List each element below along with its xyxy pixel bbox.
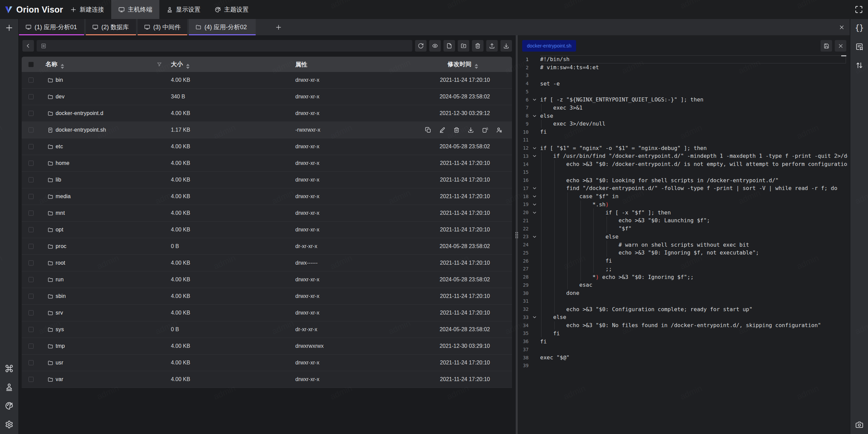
download-button[interactable] [500,40,512,52]
row-checkbox[interactable] [28,294,34,299]
row-checkbox[interactable] [28,211,34,216]
preview-button[interactable] [429,40,441,52]
file-row-etc[interactable]: etc4.00 KBdrwxr-xr-x2024-05-28 23:58:02 [22,138,512,155]
file-name-cell[interactable]: docker-entrypoint.d [47,110,103,116]
file-row-var[interactable]: var4.00 KBdrwxr-xr-x2021-11-24 17:20:10 [22,371,512,388]
file-row-home[interactable]: home4.00 KBdrwxr-xr-x2021-11-24 17:20:10 [22,155,512,172]
sidebar-button-settings[interactable] [2,418,16,431]
fold-chevron-icon[interactable] [529,146,540,151]
file-row-root[interactable]: root4.00 KBdrwx------2021-11-24 17:20:10 [22,255,512,271]
file-name-cell[interactable]: opt [47,227,63,233]
file-row-sys[interactable]: sys0 Bdr-xr-xr-x2024-05-28 23:58:02 [22,321,512,338]
row-checkbox[interactable] [28,227,34,232]
file-row-proc[interactable]: proc0 Bdr-xr-xr-x2024-05-28 23:58:02 [22,238,512,255]
row-action-copy[interactable] [425,127,431,133]
file-name-cell[interactable]: lib [47,177,61,183]
menu-item-display-settings[interactable]: 显示设置 [159,0,208,19]
file-row-media[interactable]: media4.00 KBdrwxr-xr-x2021-11-24 17:20:1… [22,188,512,205]
row-checkbox[interactable] [28,277,34,282]
file-row-srv[interactable]: srv4.00 KBdrwxr-xr-x2021-11-24 17:20:10 [22,305,512,321]
file-name-cell[interactable]: usr [47,360,63,366]
row-checkbox[interactable] [28,244,34,249]
sidebar-button-transfer-list[interactable] [852,58,866,72]
row-checkbox[interactable] [28,177,34,183]
row-action-move[interactable] [482,127,488,133]
new-folder-button[interactable] [458,40,469,52]
menu-item-new-connection[interactable]: 新建连接 [63,0,111,19]
refresh-button[interactable] [415,40,427,52]
row-checkbox[interactable] [28,161,34,166]
new-file-button[interactable] [443,40,455,52]
row-checkbox[interactable] [28,194,34,199]
file-name-cell[interactable]: mnt [47,210,65,216]
row-checkbox[interactable] [28,327,34,332]
fold-chevron-icon[interactable] [529,153,540,158]
file-name-cell[interactable]: sbin [47,293,66,299]
file-row-docker-entrypoint.sh[interactable]: docker-entrypoint.sh1.17 KB-rwxrwxr-x [22,122,512,138]
fold-chevron-icon[interactable] [529,315,540,320]
file-row-run[interactable]: run4.00 KBdrwxr-xr-x2024-05-28 23:58:02 [22,271,512,288]
row-action-delete[interactable] [453,127,460,133]
select-all-checkbox[interactable] [28,62,34,67]
row-checkbox[interactable] [28,78,34,83]
delete-button[interactable] [472,40,484,52]
code-editor[interactable]: 1#!/bin/sh2# vim:sw=4:ts=4:et34set -e56i… [518,55,850,434]
fold-chevron-icon[interactable] [529,113,540,118]
fold-chevron-icon[interactable] [529,186,540,191]
fold-chevron-icon[interactable] [529,194,540,199]
file-name-cell[interactable]: tmp [47,343,65,349]
file-row-usr[interactable]: usr4.00 KBdrwxr-xr-x2021-11-24 17:20:10 [22,355,512,371]
file-name-cell[interactable]: var [47,376,63,382]
file-row-bin[interactable]: bin4.00 KBdrwxr-xr-x2021-11-24 17:20:10 [22,72,512,89]
sidebar-button-new-connection[interactable] [2,21,16,35]
row-checkbox[interactable] [28,94,34,99]
back-button[interactable] [22,40,34,52]
fold-chevron-icon[interactable] [529,234,540,239]
sort-icon[interactable] [475,64,478,69]
sort-icon[interactable] [186,64,190,69]
close-all-tabs-button[interactable] [836,22,847,33]
file-name-cell[interactable]: media [47,193,71,200]
row-checkbox[interactable] [28,360,34,365]
save-button[interactable] [821,40,832,52]
path-input[interactable] [37,40,412,52]
row-action-permissions[interactable] [496,127,502,133]
row-checkbox[interactable] [28,377,34,382]
sort-icon[interactable] [61,64,64,69]
row-checkbox[interactable] [28,344,34,349]
file-name-cell[interactable]: docker-entrypoint.sh [47,127,106,133]
panel-resize-handle[interactable] [516,35,518,434]
file-name-cell[interactable]: srv [47,310,63,316]
file-row-mnt[interactable]: mnt4.00 KBdrwxr-xr-x2021-11-24 17:20:10 [22,205,512,222]
file-row-dev[interactable]: dev340 Bdrwxr-xr-x2024-05-28 23:58:02 [22,89,512,105]
fullscreen-button[interactable] [853,4,865,15]
fold-chevron-icon[interactable] [529,210,540,215]
file-name-cell[interactable]: root [47,260,65,266]
file-name-cell[interactable]: dev [47,94,64,100]
terminal-tab-3[interactable]: (3) 中间件 [138,19,187,35]
app-logo[interactable]: Orion Visor [0,4,63,16]
terminal-tab-1[interactable]: (1) 应用-分析01 [19,19,84,35]
file-row-docker-entrypoint.d[interactable]: docker-entrypoint.d4.00 KBdrwxr-xr-x2021… [22,105,512,122]
column-header-size[interactable]: 大小 [171,60,190,69]
sidebar-button-user[interactable] [2,380,16,394]
file-name-cell[interactable]: sys [47,326,64,333]
row-action-download[interactable] [468,127,474,133]
file-name-cell[interactable]: proc [47,243,66,249]
sidebar-button-commands[interactable] [2,362,16,375]
sidebar-button-json-view[interactable]: {} [852,21,866,35]
fold-chevron-icon[interactable] [529,202,540,207]
file-name-cell[interactable]: home [47,160,70,166]
file-name-cell[interactable]: run [47,277,64,283]
filter-icon[interactable] [157,62,162,67]
row-checkbox[interactable] [28,144,34,149]
file-name-cell[interactable]: etc [47,144,63,150]
sidebar-button-screenshot[interactable] [852,418,866,431]
menu-item-theme-settings[interactable]: 主题设置 [208,0,256,19]
menu-item-host-terminal[interactable]: 主机终端 [111,0,159,19]
new-tab-button[interactable] [271,19,286,35]
file-row-sbin[interactable]: sbin4.00 KBdrwxr-xr-x2021-11-24 17:20:10 [22,288,512,305]
sidebar-button-file-bookmarks[interactable] [852,40,866,53]
row-checkbox[interactable] [28,111,34,116]
row-checkbox[interactable] [28,261,34,266]
